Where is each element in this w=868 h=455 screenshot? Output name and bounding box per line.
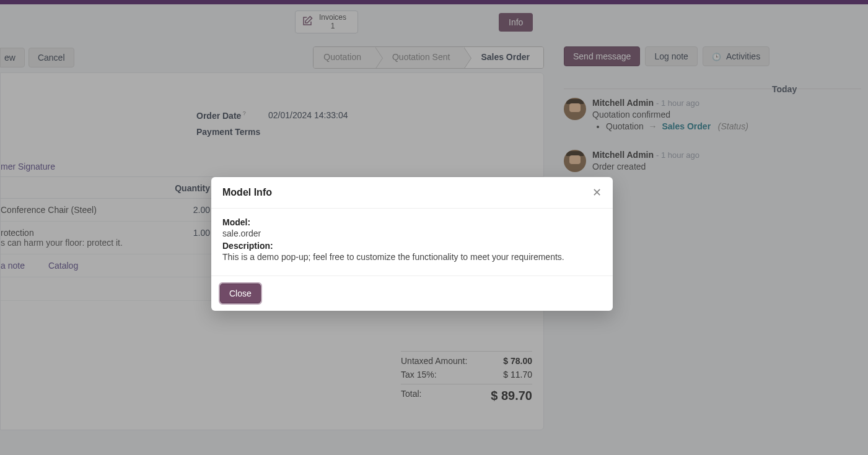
model-value: sale.order — [222, 228, 602, 238]
desc-label: Description: — [222, 241, 602, 251]
model-label: Model: — [222, 217, 602, 227]
model-info-modal: Model Info ✕ Model: sale.order Descripti… — [211, 177, 613, 311]
close-icon[interactable]: ✕ — [592, 186, 602, 199]
modal-title: Model Info — [222, 187, 272, 198]
modal-close-button[interactable]: Close — [220, 284, 261, 303]
desc-value: This is a demo pop-up; feel free to cust… — [222, 252, 602, 262]
top-brand-bar — [0, 0, 868, 4]
